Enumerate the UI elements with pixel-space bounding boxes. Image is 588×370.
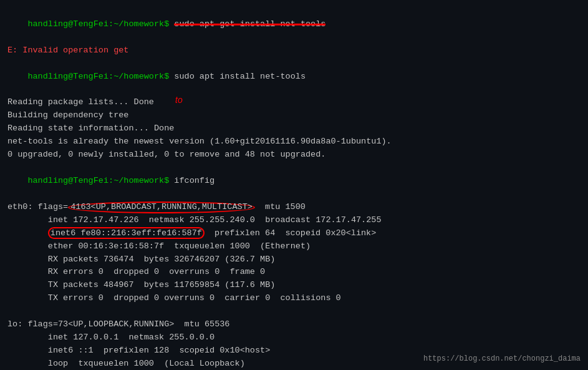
terminal-line-2: E: Invalid operation get bbox=[7, 44, 581, 57]
terminal-line-7: net-tools is already the newest version … bbox=[7, 135, 581, 148]
terminal-line-15: RX errors 0 dropped 0 overruns 0 frame 0 bbox=[7, 266, 581, 279]
terminal-window: handling@TengFei:~/homework$ sudo apt ge… bbox=[0, 0, 588, 370]
terminal-line-20: inet 127.0.0.1 netmask 255.0.0.0 bbox=[7, 331, 581, 344]
terminal-line-14: RX packets 736474 bytes 326746207 (326.7… bbox=[7, 253, 581, 266]
terminal-line-12: inet6 fe80::216:3eff:fe16:587f prefixlen… bbox=[7, 227, 581, 240]
circled-inet6: inet6 fe80::216:3eff:fe16:587f bbox=[48, 227, 205, 239]
terminal-line-8: 0 upgraded, 0 newly installed, 0 to remo… bbox=[7, 148, 581, 162]
terminal-line-3: handling@TengFei:~/homework$ sudo apt in… bbox=[7, 57, 581, 97]
prompt-1: handling@TengFei:~/homework$ bbox=[27, 19, 174, 29]
terminal-line-10: eth0: flags=4163<UP,BROADCAST,RUNNING,MU… bbox=[7, 201, 581, 214]
terminal-line-13: ether 00:16:3e:16:58:7f txqueuelen 1000 … bbox=[7, 240, 581, 253]
terminal-line-9: handling@TengFei:~/homework$ ifconfig bbox=[7, 162, 581, 201]
circled-flags: 4163<UP,BROADCAST,RUNNING,MULTICAST> bbox=[68, 202, 255, 213]
terminal-line-17: TX errors 0 dropped 0 overruns 0 carrier… bbox=[7, 292, 581, 305]
terminal-line-11: inet 172.17.47.226 netmask 255.255.240.0… bbox=[7, 214, 581, 227]
terminal-line-1: handling@TengFei:~/homework$ sudo apt ge… bbox=[7, 5, 581, 44]
terminal-line-16: TX packets 484967 bytes 117659854 (117.6… bbox=[7, 279, 581, 292]
terminal-empty-1 bbox=[7, 305, 581, 318]
terminal-line-19: lo: flags=73<UP,LOOPBACK,RUNNING> mtu 65… bbox=[7, 318, 581, 331]
terminal-line-5: Building dependency tree bbox=[7, 109, 581, 122]
cmd-strikethrough: sudo apt get install net-tools bbox=[174, 18, 325, 31]
terminal-line-6: Reading state information... Done bbox=[7, 122, 581, 135]
terminal-line-4: Reading package lists... Done bbox=[7, 96, 581, 109]
footer-link: https://blog.csdn.net/chongzi_daima bbox=[423, 353, 581, 365]
